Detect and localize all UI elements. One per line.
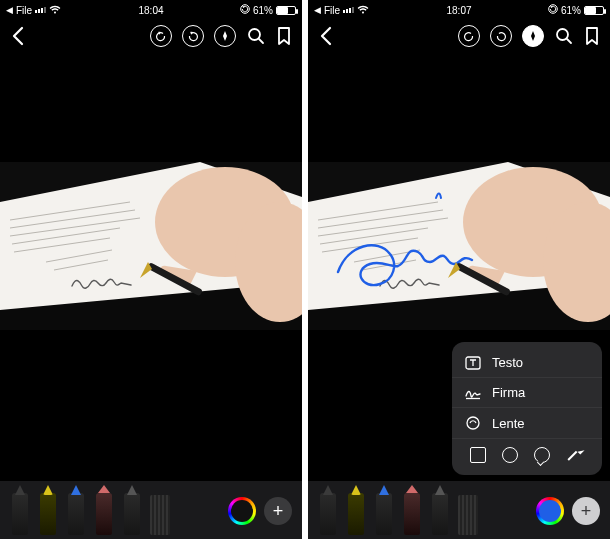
- popover-item-signature[interactable]: Firma: [452, 377, 602, 407]
- markup-tool-dock: +: [308, 481, 610, 539]
- clock: 18:04: [138, 5, 163, 16]
- top-toolbar: [308, 18, 610, 54]
- tool-eraser[interactable]: [402, 493, 422, 535]
- markup-pen-icon[interactable]: [214, 25, 236, 47]
- color-picker-ring[interactable]: [228, 497, 256, 525]
- undo-icon[interactable]: [150, 25, 172, 47]
- loupe-icon: [464, 415, 482, 431]
- add-annotation-button[interactable]: +: [572, 497, 600, 525]
- popover-shapes-row: [452, 438, 602, 469]
- top-toolbar: [0, 18, 302, 54]
- svg-point-1: [249, 29, 260, 40]
- tool-pencil[interactable]: [66, 493, 86, 535]
- circle-shape-icon[interactable]: [502, 447, 518, 463]
- canvas-empty-bottom: Testo Firma Lente: [308, 330, 610, 539]
- right-screenshot: ◀ File 18:07 61%: [308, 0, 610, 539]
- tool-pen[interactable]: [10, 493, 30, 535]
- popover-item-loupe[interactable]: Lente: [452, 407, 602, 438]
- rotation-lock-icon: [240, 4, 250, 16]
- tool-pencil[interactable]: [374, 493, 394, 535]
- clock: 18:07: [446, 5, 471, 16]
- undo-icon[interactable]: [458, 25, 480, 47]
- document-canvas[interactable]: +: [0, 54, 302, 539]
- popover-label: Firma: [492, 385, 525, 400]
- back-to-app-label[interactable]: File: [16, 5, 32, 16]
- tool-lasso[interactable]: [122, 493, 142, 535]
- document-photo: [308, 162, 610, 330]
- add-annotation-popover: Testo Firma Lente: [452, 342, 602, 475]
- document-canvas[interactable]: Testo Firma Lente: [308, 54, 610, 539]
- popover-label: Testo: [492, 355, 523, 370]
- wifi-icon: [357, 5, 369, 16]
- rotation-lock-icon: [548, 4, 558, 16]
- redo-icon[interactable]: [182, 25, 204, 47]
- add-annotation-button[interactable]: +: [264, 497, 292, 525]
- tool-ruler[interactable]: [458, 495, 478, 535]
- tool-pen[interactable]: [318, 493, 338, 535]
- tool-marker[interactable]: [346, 493, 366, 535]
- svg-point-34: [467, 417, 479, 429]
- canvas-empty-bottom: +: [0, 330, 302, 539]
- cellular-signal-icon: [343, 7, 354, 13]
- back-chevron-icon[interactable]: [10, 26, 26, 46]
- back-to-app-label[interactable]: File: [324, 5, 340, 16]
- back-to-app-caret-icon[interactable]: ◀: [6, 5, 13, 15]
- battery-icon: [584, 6, 604, 15]
- battery-icon: [276, 6, 296, 15]
- markup-pen-icon[interactable]: [522, 25, 544, 47]
- back-chevron-icon[interactable]: [318, 26, 334, 46]
- search-icon[interactable]: [246, 26, 266, 46]
- signature-icon: [464, 386, 482, 400]
- status-bar: ◀ File 18:07 61%: [308, 0, 610, 18]
- canvas-empty-top: [0, 54, 302, 162]
- svg-point-17: [557, 29, 568, 40]
- tool-marker[interactable]: [38, 493, 58, 535]
- speech-bubble-shape-icon[interactable]: [534, 447, 550, 463]
- color-picker-ring[interactable]: [536, 497, 564, 525]
- markup-tool-dock: +: [0, 481, 302, 539]
- back-to-app-caret-icon[interactable]: ◀: [314, 5, 321, 15]
- battery-percent: 61%: [253, 5, 273, 16]
- bookmark-icon[interactable]: [276, 26, 292, 46]
- battery-percent: 61%: [561, 5, 581, 16]
- status-bar: ◀ File 18:04 61%: [0, 0, 302, 18]
- tool-lasso[interactable]: [430, 493, 450, 535]
- document-photo: [0, 162, 302, 330]
- redo-icon[interactable]: [490, 25, 512, 47]
- cellular-signal-icon: [35, 7, 46, 13]
- wifi-icon: [49, 5, 61, 16]
- arrow-shape-icon[interactable]: [566, 447, 584, 463]
- popover-item-text[interactable]: Testo: [452, 348, 602, 377]
- left-screenshot: ◀ File 18:04 61%: [0, 0, 302, 539]
- text-box-icon: [464, 356, 482, 370]
- search-icon[interactable]: [554, 26, 574, 46]
- popover-label: Lente: [492, 416, 525, 431]
- tool-eraser[interactable]: [94, 493, 114, 535]
- square-shape-icon[interactable]: [470, 447, 486, 463]
- tool-ruler[interactable]: [150, 495, 170, 535]
- bookmark-icon[interactable]: [584, 26, 600, 46]
- canvas-empty-top: [308, 54, 610, 162]
